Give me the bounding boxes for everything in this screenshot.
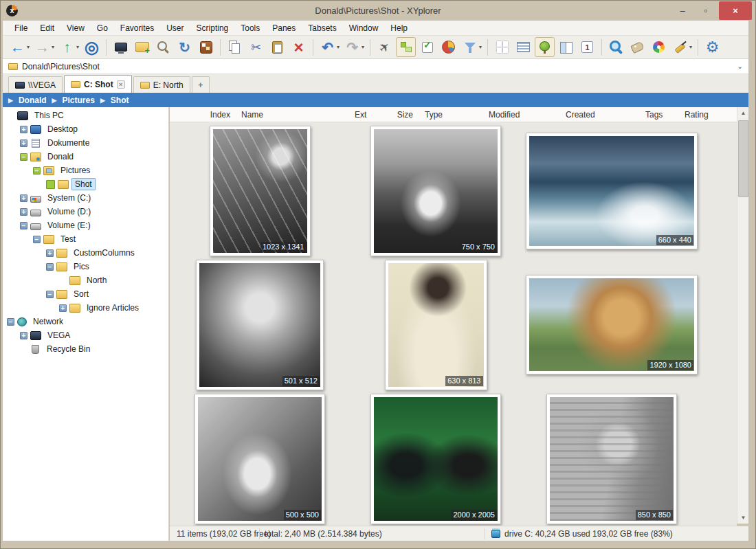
back-dropdown-icon[interactable]: ▾ [27, 44, 30, 50]
tree-item-label[interactable]: Volume (D:) [44, 205, 94, 218]
address-dropdown-icon[interactable]: ⌄ [737, 63, 743, 70]
desktop-button[interactable] [111, 37, 131, 57]
file-thumbnail-bw-hat-woman[interactable]: 850 x 850 [546, 394, 677, 524]
touchup-button[interactable]: ▾ [670, 37, 693, 57]
dual-pane-button[interactable] [556, 37, 576, 57]
tree-item-label[interactable]: Pics [70, 260, 93, 273]
title-bar[interactable]: x Donald\Pictures\Shot - XYplorer – ▫ × [0, 0, 756, 21]
hotlist-button[interactable] [82, 37, 102, 57]
column-header-row[interactable]: IndexNameExtSizeTypeModifiedCreatedTagsR… [170, 107, 737, 122]
details-button[interactable] [513, 37, 533, 57]
tree-item-sort[interactable]: −Sort [3, 287, 168, 301]
breadcrumb-segment-donald[interactable]: Donald [19, 96, 47, 105]
filter-dropdown-icon[interactable]: ▾ [479, 44, 482, 50]
maximize-button[interactable]: ▫ [696, 2, 716, 19]
menu-item-favorites[interactable]: Favorites [114, 21, 160, 35]
color-filter-button[interactable] [649, 37, 669, 57]
tree-item-volume-d-[interactable]: +Volume (D:) [3, 205, 168, 219]
tree-expander-icon[interactable]: − [46, 263, 54, 271]
scroll-down-icon[interactable]: ▼ [737, 512, 749, 524]
zoom-button[interactable] [153, 37, 173, 57]
menu-item-panes[interactable]: Panes [266, 21, 302, 35]
tree-expander-icon[interactable]: + [20, 194, 27, 202]
copy-button[interactable] [225, 37, 245, 57]
file-thumbnail-ambassadors[interactable]: 2000 x 2005 [370, 394, 501, 524]
tree-expander-icon[interactable]: + [20, 208, 27, 216]
menu-item-user[interactable]: User [160, 21, 190, 35]
tree-item-label[interactable]: System (C:) [44, 192, 94, 204]
tree-item-label[interactable]: Desktop [44, 123, 81, 135]
select-button[interactable] [417, 37, 437, 57]
file-thumbnail-storm-sea[interactable]: 660 x 440 [526, 133, 698, 249]
tree-item-ignore-articles[interactable]: +Ignore Articles [3, 301, 168, 315]
cut-button[interactable] [246, 37, 266, 57]
column-header-name[interactable]: Name [241, 110, 263, 120]
tree-expander-icon[interactable]: − [33, 236, 41, 243]
tree-item-shot[interactable]: Shot [3, 177, 168, 191]
settings-button[interactable] [702, 37, 722, 57]
tree-item-label[interactable]: Ignore Articles [83, 302, 142, 314]
tree-item-label[interactable]: North [83, 274, 110, 287]
show-tree-button[interactable] [535, 37, 555, 57]
redo-button[interactable]: ▾ [342, 37, 366, 57]
back-button[interactable]: ▾ [8, 37, 31, 57]
menu-item-tools[interactable]: Tools [234, 21, 266, 35]
file-thumbnail-bw-airplane[interactable]: 1023 x 1341 [210, 126, 311, 256]
tree-item-label[interactable]: Volume (E:) [44, 219, 94, 232]
address-path[interactable]: Donald\Pictures\Shot [22, 62, 737, 71]
tree-item-label[interactable]: Network [30, 315, 67, 328]
tree-expander-icon[interactable]: − [33, 167, 41, 175]
column-header-size[interactable]: Size [383, 110, 413, 120]
tree-item-label[interactable]: Sort [70, 288, 92, 300]
new-folder-button[interactable] [132, 37, 152, 57]
tree-item-label[interactable]: Test [57, 233, 79, 245]
column-header-tags[interactable]: Tags [645, 110, 663, 120]
tree-item-label[interactable]: This PC [31, 109, 67, 122]
tree-item-pictures[interactable]: −Pictures [3, 164, 168, 177]
column-header-type[interactable]: Type [425, 110, 443, 120]
menu-item-file[interactable]: File [8, 21, 34, 35]
tree-item-recycle-bin[interactable]: Recycle Bin [3, 342, 168, 356]
tags-button[interactable] [627, 37, 647, 57]
layout-button[interactable] [492, 37, 512, 57]
tab-c-shot[interactable]: C: Shot× [64, 75, 132, 93]
tree-item-label[interactable]: Donald [44, 150, 77, 163]
tab-close-icon[interactable]: × [117, 80, 125, 89]
tree-expander-icon[interactable]: + [46, 249, 54, 257]
file-thumbnail-bw-car[interactable]: 750 x 750 [370, 126, 501, 256]
tree-item-label[interactable]: CustomColumns [70, 247, 138, 259]
scroll-up-icon[interactable]: ▲ [737, 107, 749, 119]
tree-item-label[interactable]: Pictures [57, 164, 93, 177]
column-header-index[interactable]: Index [200, 110, 230, 120]
menu-item-help[interactable]: Help [384, 21, 414, 35]
menu-item-tabsets[interactable]: Tabsets [302, 21, 342, 35]
forward-dropdown-icon[interactable]: ▾ [52, 44, 54, 50]
filter-button[interactable]: ▾ [460, 37, 483, 57]
tree-item-system-c-[interactable]: +System (C:) [3, 191, 168, 205]
tree-expander-icon[interactable]: − [20, 222, 27, 229]
tree-item-label[interactable]: Dokumente [44, 137, 93, 149]
paste-button[interactable] [267, 37, 287, 57]
tree-item-dokumente[interactable]: +Dokumente [3, 136, 168, 150]
new-tab-button[interactable]: + [192, 76, 210, 93]
tree-item-label[interactable]: Recycle Bin [43, 343, 93, 355]
column-header-rating[interactable]: Rating [685, 110, 709, 120]
tree-item-volume-e-[interactable]: −Volume (E:) [3, 219, 168, 232]
undo-dropdown-icon[interactable]: ▾ [337, 44, 340, 50]
menu-item-view[interactable]: View [60, 21, 91, 35]
file-thumbnail-bw-portrait[interactable]: 501 x 512 [196, 260, 324, 390]
file-thumbnail-tower-babel[interactable]: 1920 x 1080 [526, 275, 698, 374]
scrollbar-thumb[interactable] [738, 120, 748, 197]
tree-expander-icon[interactable]: + [59, 304, 67, 312]
tree-expander-icon[interactable]: + [20, 139, 27, 147]
undo-button[interactable]: ▾ [318, 37, 341, 57]
tree-expander-icon[interactable]: + [20, 126, 27, 133]
stats-button[interactable] [438, 37, 458, 57]
tree-expander-icon[interactable]: − [7, 318, 14, 326]
tree-item-this-pc[interactable]: This PC [3, 109, 168, 122]
goto-button[interactable] [375, 37, 394, 57]
menu-item-go[interactable]: Go [91, 21, 114, 35]
tree-item-vega[interactable]: +VEGA [3, 328, 168, 342]
redo-dropdown-icon[interactable]: ▾ [362, 44, 364, 50]
mini-tree-button[interactable] [577, 37, 597, 57]
